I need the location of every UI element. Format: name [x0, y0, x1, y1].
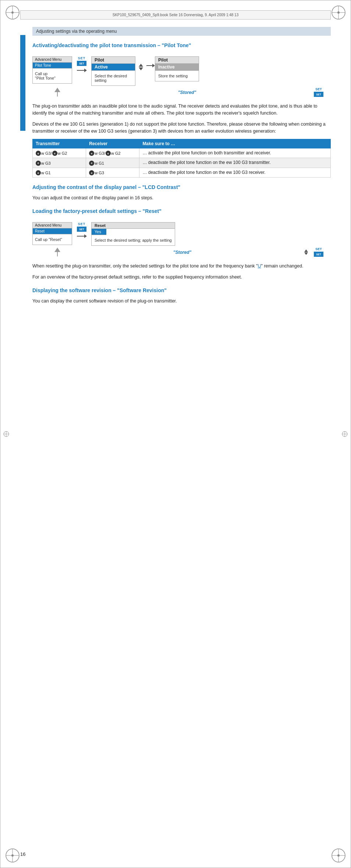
table-row: ew G3 ew G1 … deactivate the pilot tone … — [33, 158, 331, 168]
pilot-inactive-highlight: Inactive — [155, 64, 199, 71]
reset-advanced-header: Advanced Menu — [33, 223, 72, 228]
row3-receiver: ew G3 — [86, 168, 139, 178]
reset-set-label-2: SET — [315, 247, 322, 251]
set-icon-2: SET — [314, 92, 323, 97]
table-header-receiver: Receiver — [86, 139, 139, 148]
section4-heading: Displaying the software revision – "Soft… — [32, 287, 331, 293]
row1-transmitter: ew G3/ ew G2 — [33, 148, 86, 158]
corner-tl-decoration — [4, 4, 21, 21]
pilot-inactive-box: Pilot Inactive Store the setting — [155, 56, 199, 81]
stored-container-1: "Stored" — [64, 90, 310, 95]
pilot-inactive-header: Pilot — [155, 57, 199, 64]
arrow1-container: SET SET — [72, 56, 91, 72]
section3-body2: For an overview of the factory-preset de… — [32, 274, 331, 281]
reset-diagram-row: Advanced Menu Reset Call up "Reset" SET … — [32, 222, 331, 246]
row3-note: … deactivate the pilot tone function on … — [139, 168, 331, 178]
updown-container — [135, 64, 146, 70]
pilot-tone-table: Transmitter Receiver Make sure to … ew G… — [32, 139, 331, 178]
set-label-2: SET — [315, 87, 322, 91]
arrow1 — [77, 69, 87, 72]
reset-advanced-menu-box: Advanced Menu Reset Call up "Reset" — [32, 222, 72, 245]
reset-arrow1-container: SET SET — [72, 222, 91, 238]
table-header-transmitter: Transmitter — [33, 139, 86, 148]
corner-tr-decoration — [330, 4, 347, 21]
feedback-arrow-up-1 — [54, 88, 60, 97]
stored-row-1: "Stored" SET SET — [32, 87, 331, 97]
pilot-tone-diagram: Advanced Menu Pilot Tone Call up "Pilot … — [32, 53, 331, 101]
up-arrow-stem-2 — [57, 252, 58, 256]
stored-label-1: "Stored" — [178, 90, 196, 95]
advanced-menu-header: Advanced Menu — [33, 57, 72, 63]
page-number: 16 — [20, 851, 25, 857]
section3-heading: Loading the factory-preset default setti… — [32, 208, 331, 214]
pilot-tone-highlight: Pilot Tone — [33, 63, 72, 69]
reset-set-icon-1: SET — [77, 227, 86, 232]
arrow2-line — [146, 65, 152, 66]
reset-yes-highlight: Yes — [92, 229, 106, 235]
pilot-active-highlight: Active — [92, 64, 135, 71]
corner-bl-decoration — [4, 847, 21, 864]
mid-right-crosshair — [341, 427, 348, 441]
arrow1-head — [84, 69, 87, 72]
reset-arrow1-head — [84, 234, 87, 238]
reset-yes-box: Reset Yes Select the desired setting; ap… — [91, 222, 175, 246]
table-row: ew G3/ ew G2 ew G3/ ew G2 … activate the… — [33, 148, 331, 158]
reset-set-icon-2: SET — [314, 252, 323, 257]
reset-tri-down — [304, 252, 308, 255]
row2-receiver: ew G1 — [86, 158, 139, 168]
up-arrow-head-1 — [54, 88, 60, 92]
svg-point-11 — [11, 854, 14, 857]
row3-transmitter: ew G1 — [33, 168, 86, 178]
body-text-2: Devices of the ew 100 G1 series (generat… — [32, 121, 331, 135]
header-text: SKP100_529675_0409_Sp9.book Seite 16 Don… — [24, 13, 327, 17]
corner-br-decoration — [330, 847, 347, 864]
table-row: ew G1 ew G3 … deactivate the pilot tone … — [33, 168, 331, 178]
reset-body: Call up "Reset" — [33, 234, 72, 245]
tri-down — [139, 67, 143, 70]
table-header-note: Make sure to … — [139, 139, 331, 148]
pilot-active-body: Select the desiredsetting — [92, 71, 135, 85]
reset-highlight: Reset — [33, 228, 72, 234]
tri-up — [139, 64, 143, 67]
section2-body: You can adjust the contrast of the displ… — [32, 195, 331, 202]
section2-heading: Adjusting the contrast of the display pa… — [32, 184, 331, 190]
svg-point-7 — [337, 11, 340, 14]
mid-left-crosshair — [3, 427, 10, 441]
section3-body1: When resetting the plug-on transmitter, … — [32, 263, 331, 270]
reset-diagram: Advanced Menu Reset Call up "Reset" SET … — [32, 218, 331, 260]
arrow1-line — [77, 70, 84, 71]
svg-point-3 — [11, 11, 14, 14]
reset-yes-header: Reset — [92, 223, 175, 229]
set-icon-1: SET — [77, 61, 86, 66]
section1-heading: Activating/deactivating the pilot tone t… — [32, 42, 331, 48]
feedback-arrow-up-2 — [54, 248, 60, 256]
stored-container-2: "Stored" — [64, 249, 301, 255]
pilot-tone-diagram-row: Advanced Menu Pilot Tone Call up "Pilot … — [32, 56, 331, 86]
section4-body: You can display the current software rev… — [32, 298, 331, 305]
stored-label-2: "Stored" — [173, 250, 191, 255]
reset-updown — [304, 249, 308, 255]
left-accent-bar — [20, 35, 25, 131]
page-header: SKP100_529675_0409_Sp9.book Seite 16 Don… — [20, 10, 331, 20]
pilot-inactive-body: Store the setting — [155, 71, 199, 81]
section-label-bar: Adjusting settings via the operating men… — [32, 27, 331, 36]
row2-transmitter: ew G3 — [33, 158, 86, 168]
svg-point-15 — [337, 854, 340, 857]
set2-container: SET SET — [314, 87, 323, 97]
reset-arrow1 — [77, 234, 87, 238]
set-label-1: SET — [78, 56, 86, 60]
arrow2-container — [146, 64, 155, 67]
reset-set2-container: SET SET — [314, 247, 323, 257]
advanced-menu-box: Advanced Menu Pilot Tone Call up "Pilot … — [32, 56, 72, 84]
row1-receiver: ew G3/ ew G2 — [86, 148, 139, 158]
pilot-active-header: Pilot — [92, 57, 135, 64]
reset-tri-up — [304, 249, 308, 252]
up-arrow-head-2 — [54, 248, 60, 252]
row1-note: … activate the pilot tone function on bo… — [139, 148, 331, 158]
row2-note: … deactivate the pilot tone function on … — [139, 158, 331, 168]
advanced-menu-body: Call up "Pilot Tone" — [33, 69, 72, 83]
arrow2-head — [152, 64, 155, 67]
reset-yes-body: Select the desired setting; apply the se… — [92, 235, 175, 245]
reset-arrow1-line — [77, 236, 84, 237]
body-text-1: The plug-on transmitter adds an inaudibl… — [32, 103, 331, 117]
